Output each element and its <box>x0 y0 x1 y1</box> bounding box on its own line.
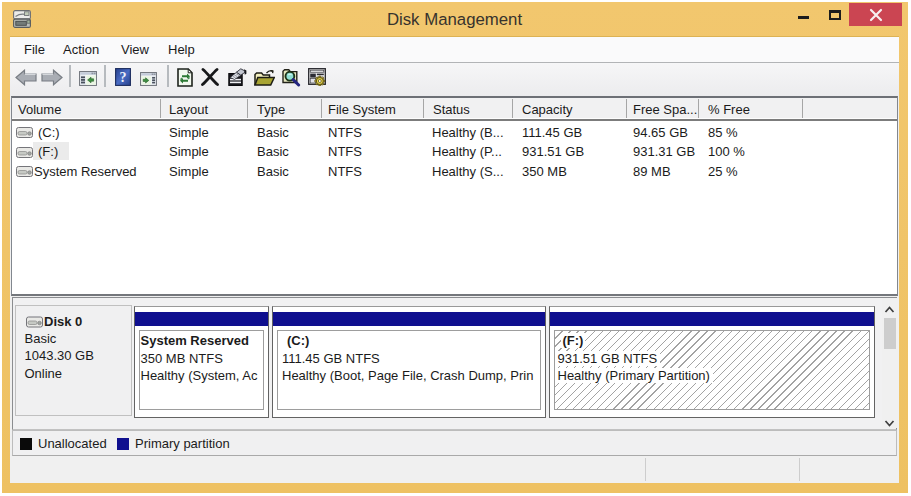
svg-text:?: ? <box>120 70 127 85</box>
